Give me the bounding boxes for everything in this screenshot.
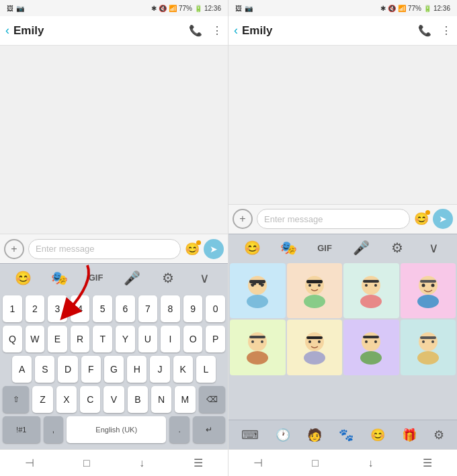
key-o[interactable]: O <box>183 326 203 352</box>
key-e[interactable]: E <box>48 326 67 352</box>
key-9[interactable]: 9 <box>183 295 203 322</box>
key-w[interactable]: W <box>26 326 45 352</box>
sticker-button[interactable]: 😊 <box>185 242 200 256</box>
svg-point-13 <box>362 276 380 295</box>
comma-key[interactable]: , <box>44 416 64 443</box>
key-0[interactable]: 0 <box>206 295 225 322</box>
clock-icon[interactable]: 🕐 <box>276 428 290 442</box>
chevron-down-icon[interactable]: ∨ <box>192 266 216 290</box>
key-f[interactable]: F <box>81 356 101 383</box>
key-7[interactable]: 7 <box>138 295 158 322</box>
key-y[interactable]: Y <box>116 326 135 352</box>
status-right-info: ✱ 🔇 📶 77% 🔋 12:36 <box>151 5 221 12</box>
settings-toolbar-button[interactable]: ⚙ <box>156 266 180 290</box>
sticker-2[interactable] <box>287 263 343 319</box>
svg-point-11 <box>308 284 311 287</box>
key-u[interactable]: U <box>138 326 158 352</box>
sticker-7[interactable] <box>343 320 399 375</box>
menu-nav-icon[interactable]: ☰ <box>194 457 203 469</box>
key-1[interactable]: 1 <box>3 295 22 322</box>
emoji-pack-icon[interactable]: 😊 <box>370 428 385 442</box>
right-message-input[interactable]: Enter message <box>257 209 410 229</box>
sticker-1[interactable] <box>230 263 286 319</box>
key-8[interactable]: 8 <box>161 295 180 322</box>
right-menu-nav-icon[interactable]: ☰ <box>423 457 432 469</box>
right-chevron-down-icon[interactable]: ∨ <box>421 236 446 260</box>
key-g[interactable]: G <box>104 356 124 383</box>
key-n[interactable]: N <box>151 386 171 413</box>
sticker-toolbar-button[interactable]: 🎭 <box>48 266 72 290</box>
right-gif-toolbar-button[interactable]: GIF <box>313 236 337 260</box>
sticker-6[interactable] <box>287 320 343 375</box>
phone-icon[interactable]: 📞 <box>189 24 202 37</box>
time: 12:36 <box>204 5 221 12</box>
key-3[interactable]: 3 <box>48 295 67 322</box>
right-add-button[interactable]: + <box>233 209 253 229</box>
back-nav-icon[interactable]: ⊣ <box>25 457 34 469</box>
more-icon[interactable]: ⋮ <box>212 24 222 37</box>
symbols-key[interactable]: !#1 <box>3 416 40 443</box>
right-home-nav-icon[interactable]: □ <box>312 457 319 469</box>
key-p[interactable]: P <box>206 326 225 352</box>
key-r[interactable]: R <box>71 326 90 352</box>
key-h[interactable]: H <box>127 356 147 383</box>
keyboard-icon[interactable]: ⌨ <box>241 428 259 442</box>
sticker-4[interactable] <box>401 263 456 319</box>
key-5[interactable]: 5 <box>93 295 112 322</box>
right-back-nav-icon[interactable]: ⊣ <box>253 457 263 469</box>
key-b[interactable]: B <box>128 386 148 413</box>
enter-key[interactable]: ↵ <box>193 416 225 443</box>
right-emoji-toolbar-button[interactable]: 😊 <box>240 236 264 260</box>
mic-toolbar-button[interactable]: 🎤 <box>120 266 144 290</box>
home-nav-icon[interactable]: □ <box>83 457 90 469</box>
add-attachment-button[interactable]: + <box>4 239 24 259</box>
recents-nav-icon[interactable]: ↓ <box>139 457 144 469</box>
right-sticker-button[interactable]: 😊 <box>414 211 429 226</box>
sticker-8[interactable] <box>401 320 456 375</box>
key-a[interactable]: A <box>12 356 32 383</box>
camera-icon: 📷 <box>16 5 24 12</box>
key-2[interactable]: 2 <box>26 295 45 322</box>
key-x[interactable]: X <box>56 386 77 413</box>
key-4[interactable]: 4 <box>71 295 90 322</box>
animal-icon[interactable]: 🐾 <box>339 428 354 442</box>
svg-point-6 <box>251 284 254 287</box>
right-mic-toolbar-button[interactable]: 🎤 <box>349 236 373 260</box>
bitmoji-icon[interactable]: 🧑 <box>307 428 322 442</box>
right-phone-icon[interactable]: 📞 <box>418 24 431 37</box>
sticker-dot <box>196 240 201 245</box>
key-l[interactable]: L <box>196 356 216 383</box>
key-m[interactable]: M <box>175 386 195 413</box>
backspace-key[interactable]: ⌫ <box>199 386 225 413</box>
space-key[interactable]: English (UK) <box>67 416 166 443</box>
sticker-5[interactable] <box>230 320 286 375</box>
key-k[interactable]: K <box>173 356 193 383</box>
key-j[interactable]: J <box>150 356 169 383</box>
key-d[interactable]: D <box>58 356 77 383</box>
key-t[interactable]: T <box>93 326 112 352</box>
right-recents-nav-icon[interactable]: ↓ <box>368 457 374 469</box>
right-sticker-toolbar-button[interactable]: 🎭 <box>276 236 300 260</box>
period-key[interactable]: . <box>169 416 190 443</box>
key-z[interactable]: Z <box>32 386 52 413</box>
key-i[interactable]: I <box>161 326 180 352</box>
sticker-3[interactable] <box>343 263 399 319</box>
right-send-button[interactable]: ➤ <box>433 209 453 229</box>
gif-toolbar-button[interactable]: GIF <box>84 266 108 290</box>
key-q[interactable]: Q <box>3 326 22 352</box>
back-button[interactable]: ‹ <box>5 23 9 38</box>
key-s[interactable]: S <box>35 356 54 383</box>
gift-icon[interactable]: 🎁 <box>402 428 417 442</box>
key-6[interactable]: 6 <box>116 295 135 322</box>
sticker-settings-icon[interactable]: ⚙ <box>433 428 444 442</box>
key-c[interactable]: C <box>80 386 100 413</box>
message-input[interactable]: Enter message <box>28 239 181 259</box>
right-more-icon[interactable]: ⋮ <box>441 24 452 37</box>
right-back-button[interactable]: ‹ <box>234 23 238 38</box>
svg-point-24 <box>247 351 268 365</box>
send-button[interactable]: ➤ <box>204 239 224 259</box>
shift-key[interactable]: ⇧ <box>3 386 29 413</box>
right-settings-toolbar-button[interactable]: ⚙ <box>385 236 409 260</box>
key-v[interactable]: V <box>103 386 124 413</box>
emoji-toolbar-button[interactable]: 😊 <box>11 266 36 290</box>
